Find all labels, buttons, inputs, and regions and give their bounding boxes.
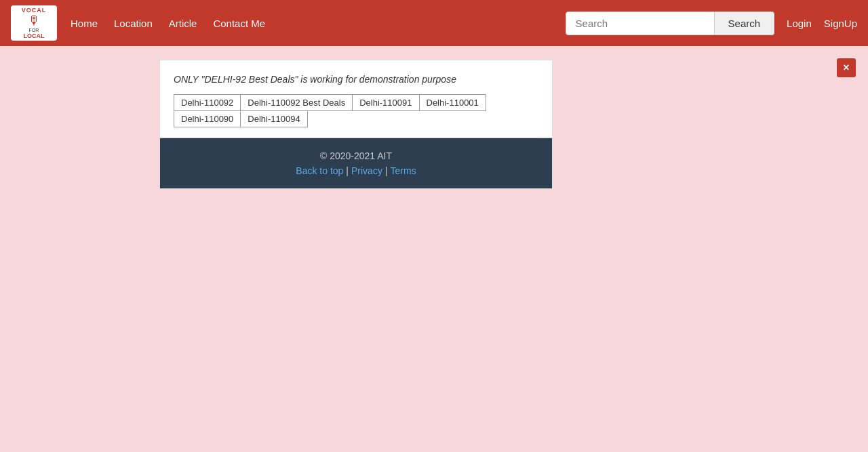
footer-privacy[interactable]: Privacy [351,165,382,176]
location-tag[interactable]: Delhi-110094 [240,110,307,127]
footer-copyright: © 2020-2021 AIT [174,150,538,161]
main-content: × ONLY "DELHI-92 Best Deals" is working … [0,46,868,452]
logo-area[interactable]: VOCAL 🎙 FOR LOCAL [11,5,57,41]
signup-link[interactable]: SignUp [824,18,857,29]
close-button[interactable]: × [837,58,856,77]
location-tags-row: Delhi-110092Delhi-110092 Best DealsDelhi… [174,94,538,127]
demo-notice-text: ONLY "DELHI-92 Best Deals" is working fo… [174,74,538,85]
login-link[interactable]: Login [787,18,812,29]
content-box: ONLY "DELHI-92 Best Deals" is working fo… [159,60,553,189]
nav-right: Search Login SignUp [566,12,857,35]
logo-vocal-text: VOCAL [22,7,47,14]
nav-contact[interactable]: Contact Me [213,18,265,29]
footer-terms[interactable]: Terms [391,165,416,176]
location-tag[interactable]: Delhi-110001 [419,94,486,111]
location-tag[interactable]: Delhi-110092 [174,94,241,111]
location-tag[interactable]: Delhi-110090 [174,110,241,127]
nav-article[interactable]: Article [169,18,197,29]
footer-sep-2: | [385,165,388,176]
navbar: VOCAL 🎙 FOR LOCAL Home Location Article … [0,0,868,46]
footer-back-to-top[interactable]: Back to top [296,165,343,176]
search-input[interactable] [566,12,715,35]
logo-for-text: FOR [29,28,39,33]
footer-sep-1: | [346,165,349,176]
nav-home[interactable]: Home [71,18,98,29]
nav-links: Home Location Article Contact Me [71,18,566,29]
footer-box: © 2020-2021 AIT Back to top | Privacy | … [160,138,552,188]
demo-notice-wrapper: ONLY "DELHI-92 Best Deals" is working fo… [160,60,552,138]
logo-icon: 🎙 [28,14,40,28]
location-tag[interactable]: Delhi-110091 [352,94,419,111]
nav-location[interactable]: Location [114,18,153,29]
logo-box: VOCAL 🎙 FOR LOCAL [11,5,57,41]
location-tag[interactable]: Delhi-110092 Best Deals [240,94,353,111]
logo-local-text: LOCAL [24,33,45,39]
search-button[interactable]: Search [715,12,775,35]
auth-links: Login SignUp [787,18,857,29]
footer-links: Back to top | Privacy | Terms [174,165,538,176]
